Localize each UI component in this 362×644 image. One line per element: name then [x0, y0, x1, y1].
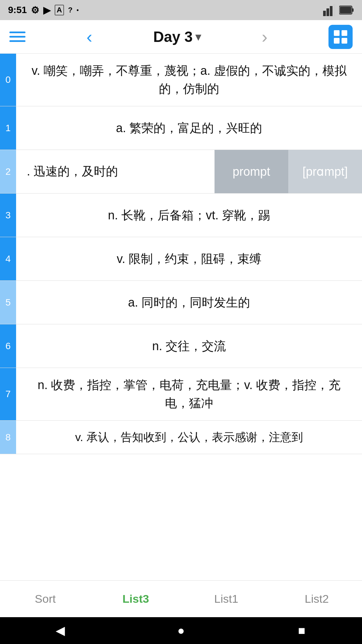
- card-row[interactable]: 0 v. 嘲笑，嘲弄，不尊重，蔑视；a. 虚假的，不诚实的，模拟的，仿制的: [0, 54, 362, 106]
- grid-icon: [333, 30, 348, 44]
- bottom-tab-bar: Sort List3 List1 List2: [0, 580, 362, 617]
- dot-icon: •: [76, 7, 78, 14]
- card-index-4: 4: [0, 237, 16, 280]
- status-left: 9:51 ⚙ ▶ A ? •: [8, 5, 79, 16]
- settings-icon: ⚙: [31, 5, 39, 16]
- svg-rect-6: [340, 7, 351, 13]
- card-content-8: v. 承认，告知收到，公认，表示感谢，注意到: [16, 421, 362, 454]
- tab-sort[interactable]: Sort: [0, 581, 90, 617]
- card-index-5: 5: [0, 281, 16, 324]
- svg-rect-5: [352, 8, 354, 12]
- card-content-4: v. 限制，约束，阻碍，束缚: [16, 237, 362, 280]
- status-right: [323, 4, 354, 16]
- card-row[interactable]: 8 v. 承认，告知收到，公认，表示感谢，注意到: [0, 421, 362, 454]
- card-content-5: a. 同时的，同时发生的: [16, 281, 362, 324]
- card-content-7: n. 收费，指控，掌管，电荷，充电量；v. 收费，指控，充电，猛冲: [16, 368, 362, 420]
- card-popup-overlay: prompt [prɑmpt]: [215, 150, 362, 193]
- card-content-6: n. 交往，交流: [16, 324, 362, 368]
- svg-rect-2: [330, 6, 333, 16]
- svg-rect-9: [334, 38, 340, 44]
- nav-bar: ‹ Day 3 ▾ ›: [0, 20, 362, 54]
- android-back-button[interactable]: ◀: [50, 621, 70, 641]
- card-content-0: v. 嘲笑，嘲弄，不尊重，蔑视；a. 虚假的，不诚实的，模拟的，仿制的: [16, 54, 362, 106]
- popup-phonetic: [prɑmpt]: [288, 150, 362, 193]
- svg-rect-1: [326, 8, 329, 16]
- battery-icon: [339, 5, 354, 15]
- card-row[interactable]: 6 n. 交往，交流: [0, 324, 362, 368]
- status-bar: 9:51 ⚙ ▶ A ? •: [0, 0, 362, 20]
- back-button[interactable]: ‹: [86, 28, 92, 46]
- svg-rect-0: [323, 11, 326, 16]
- font-icon: A: [55, 5, 64, 15]
- tab-list3[interactable]: List3: [90, 581, 181, 617]
- card-index-2: 2: [0, 150, 16, 193]
- card-content-1: a. 繁荣的，富足的，兴旺的: [16, 106, 362, 150]
- card-content-3: n. 长靴，后备箱；vt. 穿靴，踢: [16, 194, 362, 237]
- svg-rect-7: [334, 30, 340, 36]
- popup-word: prompt: [215, 150, 288, 193]
- card-index-3: 3: [0, 194, 16, 237]
- svg-rect-3: [333, 4, 335, 16]
- card-index-6: 6: [0, 324, 16, 368]
- svg-rect-8: [342, 30, 347, 36]
- play-icon: ▶: [43, 5, 51, 16]
- android-nav-bar: ◀ ● ■: [0, 617, 362, 644]
- menu-button[interactable]: [9, 32, 25, 42]
- card-row[interactable]: 4 v. 限制，约束，阻碍，束缚: [0, 237, 362, 281]
- card-index-7: 7: [0, 368, 16, 420]
- grid-view-button[interactable]: [328, 25, 353, 49]
- tab-list1[interactable]: List1: [181, 581, 272, 617]
- signal-icon: [323, 4, 335, 16]
- tab-list2[interactable]: List2: [272, 581, 362, 617]
- card-index-0: 0: [0, 54, 16, 106]
- status-time: 9:51: [8, 5, 27, 15]
- card-row[interactable]: 5 a. 同时的，同时发生的: [0, 281, 362, 324]
- nav-dropdown-arrow: ▾: [195, 31, 201, 43]
- card-row[interactable]: 1 a. 繁荣的，富足的，兴旺的: [0, 106, 362, 150]
- card-row[interactable]: 3 n. 长靴，后备箱；vt. 穿靴，踢: [0, 194, 362, 237]
- nav-title-text: Day 3: [153, 29, 192, 45]
- forward-button[interactable]: ›: [262, 28, 267, 46]
- card-row-popup[interactable]: 2 . 迅速的，及时的 prompt [prɑmpt]: [0, 150, 362, 194]
- wifi-icon: ?: [68, 6, 72, 14]
- card-list: 0 v. 嘲笑，嘲弄，不尊重，蔑视；a. 虚假的，不诚实的，模拟的，仿制的 1 …: [0, 54, 362, 454]
- android-home-button[interactable]: ●: [171, 621, 191, 641]
- card-index-8: 8: [0, 421, 16, 454]
- card-index-1: 1: [0, 106, 16, 150]
- nav-title[interactable]: Day 3 ▾: [153, 29, 200, 45]
- android-recent-button[interactable]: ■: [292, 621, 312, 641]
- card-row[interactable]: 7 n. 收费，指控，掌管，电荷，充电量；v. 收费，指控，充电，猛冲: [0, 368, 362, 421]
- svg-rect-10: [342, 38, 347, 44]
